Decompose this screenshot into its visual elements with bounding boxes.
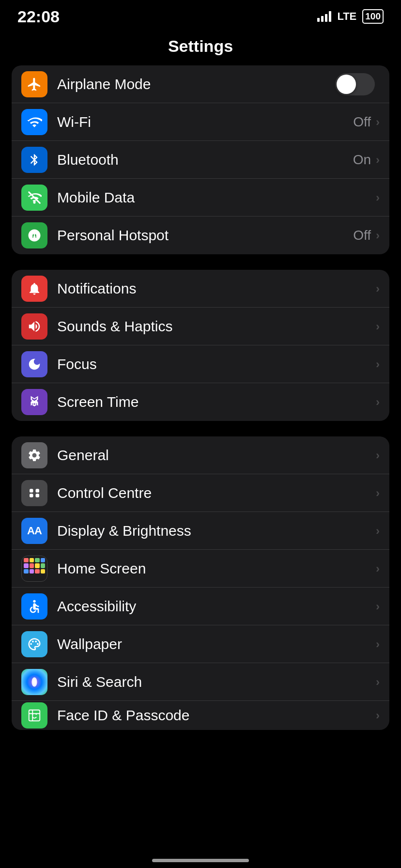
notifications-label: Notifications <box>57 280 376 297</box>
face-id-row[interactable]: Face ID & Passcode › <box>12 701 389 730</box>
bluetooth-row[interactable]: Bluetooth On › <box>12 141 389 179</box>
wallpaper-chevron-icon: › <box>376 637 380 651</box>
wallpaper-label: Wallpaper <box>57 636 376 652</box>
general-chevron-icon: › <box>376 449 380 462</box>
personal-hotspot-label: Personal Hotspot <box>57 227 353 244</box>
bluetooth-icon <box>21 147 47 173</box>
svg-point-13 <box>32 713 33 715</box>
page-title: Settings <box>0 37 401 56</box>
status-icons: LTE 100 <box>317 9 384 24</box>
focus-icon <box>21 351 47 377</box>
bluetooth-chevron-icon: › <box>376 153 380 167</box>
display-brightness-chevron-icon: › <box>376 524 380 538</box>
accessibility-icon <box>21 593 47 620</box>
connectivity-group: Airplane Mode Wi-Fi Off › Bluetooth On › <box>12 65 389 254</box>
sounds-haptics-label: Sounds & Haptics <box>57 318 376 335</box>
status-time: 22:08 <box>17 7 60 26</box>
siri-icon <box>21 669 47 695</box>
face-id-chevron-icon: › <box>376 709 380 722</box>
siri-search-chevron-icon: › <box>376 675 380 689</box>
personal-hotspot-icon <box>21 222 47 248</box>
accessibility-label: Accessibility <box>57 598 376 615</box>
control-centre-chevron-icon: › <box>376 486 380 500</box>
wifi-label: Wi-Fi <box>57 114 353 130</box>
wifi-icon <box>21 109 47 135</box>
screen-time-label: Screen Time <box>57 394 376 410</box>
display-brightness-label: Display & Brightness <box>57 523 376 539</box>
svg-rect-4 <box>30 494 33 497</box>
control-centre-label: Control Centre <box>57 485 376 501</box>
face-id-label: Face ID & Passcode <box>57 707 376 724</box>
general-icon <box>21 442 47 468</box>
svg-point-0 <box>33 201 36 203</box>
general-label: General <box>57 447 376 464</box>
home-screen-row[interactable]: Home Screen › <box>12 550 389 588</box>
svg-point-10 <box>37 643 39 645</box>
mobile-data-row[interactable]: Mobile Data › <box>12 179 389 217</box>
notifications-icon <box>21 276 47 302</box>
accessibility-chevron-icon: › <box>376 600 380 613</box>
mobile-data-icon <box>21 185 47 211</box>
accessibility-row[interactable]: Accessibility › <box>12 588 389 625</box>
display-brightness-icon: AA <box>21 518 47 544</box>
control-centre-icon <box>21 480 47 506</box>
general-group: General › Control Centre › AA Display & … <box>12 436 389 730</box>
personal-hotspot-row[interactable]: Personal Hotspot Off › <box>12 217 389 254</box>
control-centre-row[interactable]: Control Centre › <box>12 474 389 512</box>
screen-time-chevron-icon: › <box>376 395 380 409</box>
siri-search-row[interactable]: Siri & Search › <box>12 663 389 701</box>
siri-search-label: Siri & Search <box>57 674 376 690</box>
home-screen-label: Home Screen <box>57 560 376 577</box>
personal-hotspot-chevron-icon: › <box>376 229 380 242</box>
svg-point-9 <box>35 640 37 642</box>
bluetooth-label: Bluetooth <box>57 152 353 168</box>
svg-rect-3 <box>36 489 40 493</box>
home-screen-chevron-icon: › <box>376 562 380 575</box>
signal-bars-icon <box>317 11 331 22</box>
notifications-chevron-icon: › <box>376 282 380 295</box>
battery-icon: 100 <box>362 9 384 24</box>
svg-point-7 <box>30 643 32 645</box>
bluetooth-value: On <box>353 152 371 168</box>
svg-point-6 <box>33 600 35 602</box>
svg-rect-2 <box>30 489 33 493</box>
wifi-row[interactable]: Wi-Fi Off › <box>12 103 389 141</box>
focus-label: Focus <box>57 356 376 372</box>
home-indicator <box>152 859 249 862</box>
status-bar: 22:08 LTE 100 <box>0 0 401 29</box>
sounds-haptics-chevron-icon: › <box>376 320 380 333</box>
notifications-group: Notifications › Sounds & Haptics › Focus… <box>12 270 389 421</box>
notifications-row[interactable]: Notifications › <box>12 270 389 308</box>
personal-hotspot-value: Off <box>353 228 371 243</box>
airplane-mode-label: Airplane Mode <box>57 76 335 93</box>
sounds-haptics-row[interactable]: Sounds & Haptics › <box>12 308 389 345</box>
mobile-data-chevron-icon: › <box>376 191 380 204</box>
sounds-haptics-icon <box>21 313 47 340</box>
focus-chevron-icon: › <box>376 357 380 371</box>
lte-label: LTE <box>337 10 356 23</box>
general-row[interactable]: General › <box>12 436 389 474</box>
face-id-icon <box>21 702 47 728</box>
airplane-mode-row[interactable]: Airplane Mode <box>12 65 389 103</box>
focus-row[interactable]: Focus › <box>12 345 389 383</box>
home-screen-icon <box>21 556 47 582</box>
svg-point-14 <box>36 713 37 715</box>
airplane-mode-icon <box>21 71 47 97</box>
svg-point-8 <box>32 640 34 642</box>
svg-point-1 <box>33 236 36 238</box>
wifi-value: Off <box>353 114 371 130</box>
page-title-bar: Settings <box>0 29 401 65</box>
screen-time-row[interactable]: Screen Time › <box>12 383 389 421</box>
svg-point-12 <box>33 679 36 684</box>
mobile-data-label: Mobile Data <box>57 189 376 206</box>
wallpaper-icon <box>21 631 47 657</box>
screen-time-icon <box>21 389 47 415</box>
svg-rect-5 <box>36 494 40 497</box>
wallpaper-row[interactable]: Wallpaper › <box>12 625 389 663</box>
display-brightness-row[interactable]: AA Display & Brightness › <box>12 512 389 550</box>
airplane-mode-toggle[interactable] <box>335 73 375 95</box>
wifi-chevron-icon: › <box>376 115 380 129</box>
